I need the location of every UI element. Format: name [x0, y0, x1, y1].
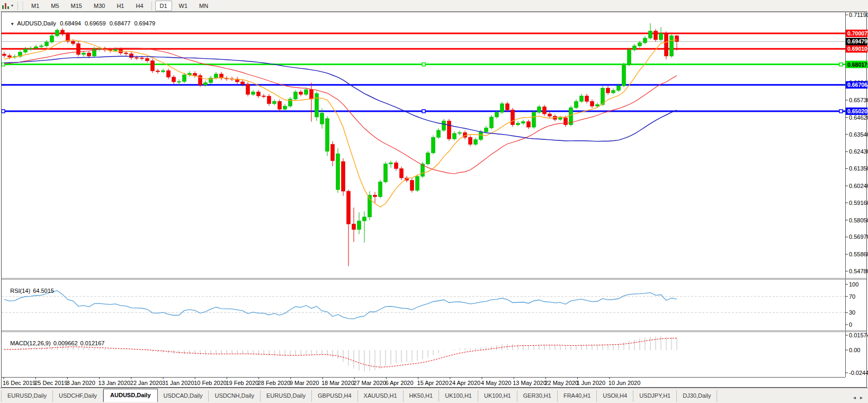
- chart-tabs: EURUSD,DailyUSDCHF,DailyAUDUSD,DailyUSDC…: [1, 389, 717, 402]
- candlesticks: [3, 23, 679, 266]
- open-value: 0.68494: [60, 20, 81, 26]
- chart-tab-usdcnh-daily[interactable]: USDCNH,Daily: [209, 390, 261, 402]
- chart-tab-dj30-daily[interactable]: DJ30,Daily: [677, 390, 717, 402]
- price-chart: 0.711900.701100.690300.679200.668400.657…: [0, 0, 868, 403]
- macd-name: MACD(12,26,9): [10, 340, 50, 346]
- chart-title: ▼AUDUSD,Daily0.684940.696590.684770.6947…: [4, 14, 155, 33]
- timeframe-button-m5[interactable]: M5: [46, 1, 64, 11]
- tab-scroll-right-icon[interactable]: ▸: [860, 395, 863, 400]
- date-tick-label: 18 Mar 2020: [321, 380, 354, 386]
- chart-tabbar: EURUSD,DailyUSDCHF,DailyAUDUSD,DailyUSDC…: [0, 388, 868, 403]
- macd-indicator-label: MACD(12,26,9)0.0096620.012167: [4, 334, 104, 353]
- date-tick-label: 3 Jan 2020: [66, 380, 95, 386]
- price-tick-label: 0.63540: [849, 131, 868, 138]
- moving-average-55: [4, 56, 677, 141]
- line-handle[interactable]: [2, 110, 5, 113]
- rsi-indicator-label: RSI(14)64.5015: [4, 281, 54, 300]
- price-tick-label: 0.71190: [849, 12, 868, 18]
- rsi-tick-label: 30: [849, 309, 855, 316]
- chart-tab-usdcad-daily[interactable]: USDCAD,Daily: [158, 390, 209, 402]
- chart-tab-ger30-h1[interactable]: GER30,H1: [517, 390, 558, 402]
- date-tick-label: 13 Jan 2020: [99, 380, 131, 386]
- date-tick-label: 19 Feb 2020: [226, 380, 258, 386]
- rsi-tick-label: 70: [849, 293, 855, 300]
- line-handle[interactable]: [422, 63, 425, 66]
- toolbar-grip[interactable]: [22, 2, 24, 10]
- date-tick-label: 6 Apr 2020: [385, 380, 413, 386]
- timeframe-button-h1[interactable]: H1: [112, 1, 129, 11]
- price-tick-label: 0.60240: [849, 183, 868, 189]
- high-value: 0.69659: [85, 20, 106, 26]
- macd-tick-label: -0.024412: [849, 370, 868, 376]
- chart-tab-usdjpy-h1[interactable]: USDJPY,H1: [633, 390, 677, 402]
- price-level-chip-text: 0.68017: [847, 61, 867, 68]
- chart-tab-usoil-h4[interactable]: USOil,H4: [597, 390, 633, 402]
- timeframe-button-h4[interactable]: H4: [131, 1, 148, 11]
- timeframe-button-m15[interactable]: M15: [66, 1, 87, 11]
- price-tick-label: 0.54780: [849, 268, 868, 274]
- timeframe-button-m1[interactable]: M1: [26, 1, 44, 11]
- date-tick-label: 10 Feb 2020: [194, 380, 227, 386]
- price-tick-label: 0.58050: [849, 217, 868, 223]
- tab-scroll-left-icon[interactable]: ◂: [853, 395, 856, 400]
- timeframe-button-w1[interactable]: W1: [174, 1, 193, 11]
- date-tick-label: 13 May 2020: [513, 380, 547, 386]
- tab-scroll-controls: ◂ ▸: [849, 395, 868, 402]
- chevron-down-icon[interactable]: ▾: [11, 3, 13, 8]
- chart-tab-fra40-h1[interactable]: FRA40,H1: [558, 390, 597, 402]
- rsi-line: [4, 291, 677, 319]
- line-handle[interactable]: [422, 110, 425, 113]
- date-tick-label: 24 Apr 2020: [449, 380, 480, 386]
- chart-context-icon[interactable]: ▼: [10, 22, 14, 26]
- price-tick-label: 0.59160: [849, 200, 868, 206]
- date-tick-label: 22 May 2020: [544, 380, 578, 386]
- rsi-name: RSI(14): [10, 288, 30, 294]
- line-handle[interactable]: [839, 110, 843, 113]
- price-tick-label: 0.55860: [849, 251, 868, 257]
- chart-tab-uk100-h1[interactable]: UK100,H1: [478, 390, 517, 402]
- date-tick-label: 27 Mar 2020: [353, 380, 386, 386]
- rsi-tick-label: 100: [849, 281, 858, 288]
- price-tick-label: 0.61350: [849, 165, 868, 172]
- macd-tick-label: 0.00: [849, 347, 860, 353]
- line-handle[interactable]: [2, 63, 5, 66]
- chart-tab-hk50-h1[interactable]: HK50,H1: [404, 390, 440, 402]
- date-tick-label: 31 Jan 2020: [162, 380, 194, 386]
- chart-tab-gbpusd-h4[interactable]: GBPUSD,H4: [312, 390, 358, 402]
- date-tick-label: 25 Dec 2019: [34, 380, 67, 386]
- macd-pane: [4, 336, 677, 371]
- candlestick-chart-icon: [2, 3, 10, 9]
- price-tick-label: 0.62430: [849, 148, 868, 155]
- date-tick-label: 9 Mar 2020: [290, 380, 319, 386]
- timeframe-buttons: M1M5M15M30H1H4D1W1MN: [25, 1, 214, 11]
- application-window: ▾ M1M5M15M30H1H4D1W1MN ▼AUDUSD,Daily0.68…: [0, 0, 868, 403]
- main-pane: [2, 33, 845, 113]
- timeframe-toolbar: ▾ M1M5M15M30H1H4D1W1MN: [0, 0, 868, 12]
- price-level-chip-text: 0.70007: [847, 30, 867, 37]
- chart-tab-uk100-h1[interactable]: UK100,H1: [439, 390, 478, 402]
- date-tick-label: 22 Jan 2020: [130, 380, 163, 386]
- chart-tab-usdchf-daily[interactable]: USDCHF,Daily: [53, 390, 103, 402]
- toolbar-separator: [17, 2, 18, 10]
- timeframe-button-mn[interactable]: MN: [194, 1, 213, 11]
- timeframe-button-d1[interactable]: D1: [155, 1, 172, 11]
- symbol-period-label: AUDUSD,Daily: [17, 20, 56, 26]
- price-tick-label: 0.65730: [849, 97, 868, 103]
- chart-tab-xauusd-h1[interactable]: XAUUSD,H1: [358, 390, 404, 402]
- chart-tab-audusd-daily[interactable]: AUDUSD,Daily: [103, 389, 157, 402]
- chart-type-button[interactable]: ▾: [0, 0, 15, 12]
- price-tick-label: 0.64620: [849, 114, 868, 121]
- macd-tick-label: 0.015741: [849, 332, 868, 338]
- date-tick-label: 15 Apr 2020: [417, 380, 449, 386]
- chart-frame: [2, 12, 867, 388]
- date-tick-label: 10 Jun 2020: [609, 380, 641, 386]
- chart-tab-eurusd-daily[interactable]: EURUSD,Daily: [261, 390, 312, 402]
- date-tick-label: 16 Dec 2019: [3, 380, 35, 386]
- timeframe-button-m30[interactable]: M30: [89, 1, 110, 11]
- price-level-chip-text: 0.65020: [847, 108, 867, 114]
- line-handle[interactable]: [839, 63, 843, 66]
- chart-tab-eurusd-daily[interactable]: EURUSD,Daily: [1, 390, 53, 402]
- price-level-chip-text: 0.69010: [847, 46, 867, 52]
- date-tick-label: 1 Jun 2020: [577, 380, 605, 386]
- current-price-chip-text: 0.69479: [847, 38, 867, 44]
